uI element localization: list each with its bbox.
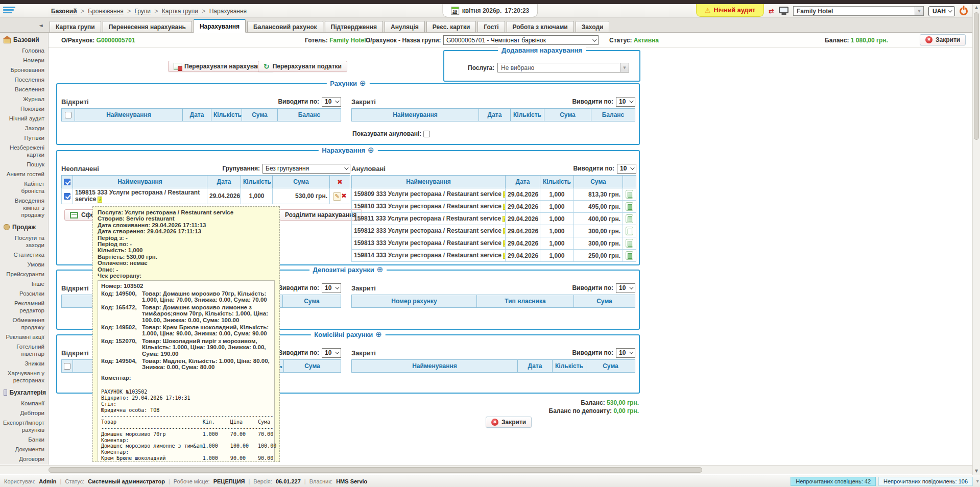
show-annulled-checkbox[interactable] xyxy=(423,131,430,137)
notifications-badge[interactable]: Непрочитаних сповіщень: 42 xyxy=(791,477,876,486)
delete-icon[interactable]: ✖ xyxy=(337,178,343,186)
copy-icon[interactable] xyxy=(626,239,633,248)
column-header[interactable]: Сума xyxy=(544,109,591,121)
column-header[interactable]: Кількість xyxy=(511,109,544,121)
tab-guests[interactable]: Гості xyxy=(477,21,505,33)
column-header[interactable]: Дата xyxy=(479,109,511,121)
column-header[interactable]: Кількість xyxy=(540,176,574,188)
edit-icon[interactable]: ✎ xyxy=(333,192,341,201)
sidebar-item[interactable]: Заходи xyxy=(0,124,48,133)
tab-events[interactable]: Заходи xyxy=(576,21,610,33)
sidebar-collapse-icon[interactable]: ◄ xyxy=(39,22,43,28)
column-header[interactable]: Сума xyxy=(574,295,635,308)
sidebar-item[interactable]: Договори xyxy=(0,454,48,464)
vertical-scrollbar[interactable]: ▲ ▼ xyxy=(972,4,980,475)
column-header[interactable]: Дата xyxy=(183,109,211,121)
sidebar-item[interactable]: Готельний інвентар xyxy=(0,342,48,359)
tab-group-card[interactable]: Картка групи xyxy=(50,21,101,33)
info-icon[interactable]: i xyxy=(503,228,506,234)
split-charge-button[interactable]: Розділити нарахування xyxy=(279,209,362,221)
sidebar-item[interactable]: Головна xyxy=(0,46,48,56)
tab-charges[interactable]: Нарахування xyxy=(194,19,246,33)
column-header[interactable]: Баланс xyxy=(278,109,341,121)
messages-badge[interactable]: Непрочитаних повідомлень: 106 xyxy=(878,477,973,486)
select-all-checkbox[interactable] xyxy=(64,179,70,185)
horizontal-scrollbar[interactable] xyxy=(0,465,972,474)
column-header[interactable]: Сума xyxy=(273,176,330,188)
sidebar-item[interactable]: Розсилки xyxy=(0,289,48,299)
sidebar-item[interactable]: Знижки xyxy=(0,359,48,369)
column-header[interactable]: Сума xyxy=(283,295,341,308)
sidebar-item[interactable]: Прейскуранти xyxy=(0,270,48,279)
tab-annulment[interactable]: Ануляція xyxy=(385,21,425,33)
copy-icon[interactable] xyxy=(626,227,633,235)
column-header[interactable]: Кількість xyxy=(211,109,242,121)
close-button[interactable]: ✖ Закрити xyxy=(920,34,966,45)
column-header[interactable]: Номер рахунку xyxy=(352,295,477,308)
sidebar-item[interactable]: Покоївки xyxy=(0,104,48,114)
copy-icon[interactable] xyxy=(626,190,633,199)
delete-icon[interactable]: ✖ xyxy=(341,192,347,200)
night-audit-button[interactable]: ⚠ Нічний аудит xyxy=(696,4,764,17)
column-header[interactable]: Тип власника xyxy=(477,295,574,308)
per-page-select[interactable]: 10 xyxy=(616,97,635,107)
sidebar-item[interactable]: Компанії xyxy=(0,399,48,408)
per-page-select[interactable]: 10 xyxy=(322,283,341,293)
copy-icon[interactable] xyxy=(626,202,633,211)
column-header[interactable]: Найменування xyxy=(352,176,506,188)
select-all-checkbox[interactable] xyxy=(64,363,70,370)
breadcrumb-link[interactable]: Бронювання xyxy=(88,8,124,15)
column-header[interactable]: Найменування xyxy=(75,109,183,121)
currency-select[interactable]: UAH xyxy=(928,6,955,16)
breadcrumb-link[interactable]: Базовий xyxy=(51,8,77,15)
sidebar-item[interactable]: Рекламний редактор xyxy=(0,299,48,315)
zoom-plus-icon[interactable]: ⊕ xyxy=(368,147,374,154)
sidebar-item[interactable]: Послуги та заходи xyxy=(0,233,48,250)
breadcrumb-link[interactable]: Групи xyxy=(135,8,151,15)
info-icon[interactable]: i xyxy=(503,240,506,247)
sidebar-item[interactable]: Незбережені картки xyxy=(0,143,48,160)
row-checkbox[interactable] xyxy=(64,193,70,200)
column-header[interactable]: Кількість xyxy=(553,360,586,373)
sidebar-item[interactable]: Інше xyxy=(0,279,48,289)
sidebar-item[interactable]: Пошук xyxy=(0,160,48,169)
sidebar-item[interactable]: Виведення кімнат з продажу xyxy=(0,196,48,220)
sidebar-item[interactable]: Дебітори xyxy=(0,408,48,418)
sidebar-item[interactable]: Журнал xyxy=(0,94,48,104)
info-icon[interactable]: i xyxy=(503,204,506,210)
per-page-select[interactable]: 10 xyxy=(616,283,635,293)
vertical-scroll-thumb[interactable] xyxy=(974,12,979,140)
sidebar-item[interactable]: Рахунки xyxy=(0,464,48,465)
sidebar-item[interactable]: Документи xyxy=(0,445,48,454)
zoom-plus-icon[interactable]: ⊕ xyxy=(375,331,382,338)
tab-confirmation[interactable]: Підтвердження xyxy=(325,21,384,33)
column-header[interactable]: Сума xyxy=(284,360,341,373)
tab-charge-transfer[interactable]: Перенесення нарахувань xyxy=(103,21,192,33)
tab-reg-cards[interactable]: Реєс. картки xyxy=(426,21,476,33)
column-header[interactable]: Найменування xyxy=(73,176,207,188)
copy-icon[interactable] xyxy=(626,251,633,260)
breadcrumb-link[interactable]: Картка групи xyxy=(162,8,198,15)
sidebar-item[interactable]: Виселення xyxy=(0,85,48,94)
sidebar-item[interactable]: Поселення xyxy=(0,75,48,85)
column-header[interactable]: Сума xyxy=(586,360,635,373)
column-header[interactable]: Дата xyxy=(506,176,540,188)
service-select[interactable]: Не вибрано ▼ xyxy=(497,63,629,72)
close-button[interactable]: ✖ Закрити xyxy=(486,417,532,428)
scroll-down-icon[interactable]: ▼ xyxy=(973,468,980,475)
info-icon[interactable]: i xyxy=(503,216,505,222)
select-all-checkbox[interactable] xyxy=(65,112,71,118)
recalc-taxes-button[interactable]: ↻ Перерахувати податки xyxy=(258,61,347,72)
sidebar-item[interactable]: Банки xyxy=(0,435,48,445)
tab-balance-account[interactable]: Балансовий рахунок xyxy=(247,21,323,33)
zoom-plus-icon[interactable]: ⊕ xyxy=(360,80,366,87)
power-icon[interactable] xyxy=(960,7,968,15)
menu-icon[interactable] xyxy=(3,7,15,15)
sidebar-item[interactable]: Номери xyxy=(0,56,48,65)
grouping-select[interactable]: Без групування xyxy=(262,164,350,174)
sidebar-item[interactable]: Бронювання xyxy=(0,65,48,75)
info-icon[interactable]: i xyxy=(98,197,102,203)
column-header[interactable]: Баланс xyxy=(591,109,635,121)
sidebar-item[interactable]: Анкети гостей xyxy=(0,169,48,179)
sidebar-item[interactable]: Путівки xyxy=(0,133,48,143)
